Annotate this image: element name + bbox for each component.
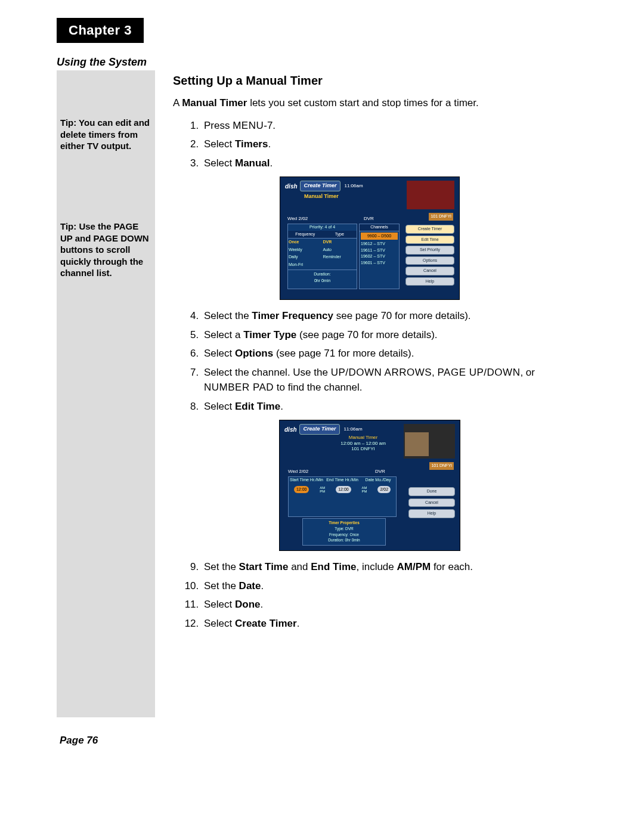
step-9-b1: Start Time	[239, 561, 289, 572]
step-11-bold: Done	[235, 599, 261, 610]
step-4-post: see page 70 for more details).	[333, 310, 471, 321]
step-7-mid2: , or	[520, 367, 535, 378]
step-6: Select Options (see page 71 for more det…	[202, 346, 566, 361]
ss1-btn-set-priority[interactable]: Set Priority	[405, 246, 454, 255]
tip-edit-delete: Tip: You can edit and delete timers from…	[60, 117, 152, 152]
ss1-channel-3[interactable]: 19602 – STV	[360, 253, 399, 260]
step-12-bold: Create Timer	[235, 618, 297, 629]
ss2-time: 11:06am	[343, 426, 362, 433]
step-3-pre: Select	[204, 157, 235, 169]
content-column: Setting Up a Manual Timer A Manual Timer…	[173, 72, 566, 634]
ss2-sub-l2: 12:00 am – 12:00 am	[315, 441, 411, 447]
step-1-pre: Press	[204, 120, 233, 131]
step-1-menu: MENU	[233, 120, 264, 131]
step-5-pre: Select a	[204, 329, 243, 340]
ss1-title: Create Timer	[300, 181, 341, 191]
step-2-pre: Select	[204, 138, 235, 150]
heading: Setting Up a Manual Timer	[173, 72, 566, 89]
ss1-priority: Priority: 4 of 4	[288, 224, 357, 231]
ss1-type-dvr[interactable]: DVR	[323, 239, 357, 246]
ss1-col-frequency: Frequency	[288, 231, 323, 239]
step-9: Set the Start Time and End Time, include…	[202, 559, 566, 575]
ss2-preview-inset	[405, 432, 429, 456]
ss1-duration-value: 0hr 0min	[314, 278, 330, 283]
intro-bold: Manual Timer	[182, 97, 247, 109]
ss1-btn-edit-time[interactable]: Edit Time	[405, 236, 454, 244]
ss2-start-time[interactable]: 12:00	[294, 486, 309, 494]
ss1-channel-1[interactable]: 19612 – STV	[360, 241, 399, 247]
ss1-btn-help[interactable]: Help	[405, 277, 454, 286]
screenshot-create-timer-times: dish Create Timer 11:06am Manual Timer 1…	[279, 420, 460, 551]
ss1-freq-monfri[interactable]: Mon-Fri	[288, 261, 323, 269]
step-10-post: .	[261, 580, 264, 592]
screenshot-1-wrap: dish Create Timer 11:06am Manual Timer 1…	[173, 176, 566, 300]
step-7-mid1: ,	[432, 367, 437, 378]
ss1-type-auto[interactable]: Auto	[323, 246, 357, 254]
ss2-timer-properties: Timer Properties Type: DVR Frequency: On…	[302, 518, 386, 546]
sidebar: Tip: You can edit and delete timers from…	[57, 70, 155, 717]
step-11-pre: Select	[204, 599, 235, 610]
dish-logo-2: dish	[284, 425, 297, 434]
step-12-post: .	[297, 618, 300, 629]
ss1-time: 11:06am	[344, 182, 363, 190]
step-9-mid2: , include	[356, 561, 397, 572]
ss2-end-ampm[interactable]: AMPM	[362, 486, 367, 493]
ss2-props-type: Type: DVR	[305, 526, 383, 532]
step-list: Press MENU-7. Select Timers. Select Manu…	[173, 118, 566, 171]
step-7-pre: Select the channel. Use the	[204, 367, 331, 378]
ss1-channel-2[interactable]: 19611 – STV	[360, 247, 399, 254]
step-10: Set the Date.	[202, 578, 566, 594]
ss1-freq-weekly[interactable]: Weekly	[288, 246, 323, 254]
step-11-post: .	[260, 599, 263, 610]
ss1-preview	[407, 181, 454, 209]
ss2-start-ampm[interactable]: AMPM	[320, 486, 325, 493]
ss1-channels-header: Channels	[360, 224, 399, 231]
step-9-pre: Set the	[204, 561, 239, 572]
ss2-date-value[interactable]: 2/02	[377, 486, 391, 494]
ss2-colheads: Start Time Hr./Min End Time Hr./Min Date…	[289, 477, 396, 484]
ss1-dvr-label: DVR	[364, 215, 374, 222]
step-9-b3: AM/PM	[397, 561, 431, 572]
step-5: Select a Timer Type (see page 70 for mor…	[202, 327, 566, 343]
ss1-channel-selected[interactable]: 9900 – D500	[361, 233, 398, 240]
step-1: Press MENU-7.	[202, 118, 566, 134]
section-title: Using the System	[57, 56, 147, 69]
ss1-freq-daily[interactable]: Daily	[288, 253, 323, 261]
ss1-preview-channel: 101 DNFYI	[429, 213, 453, 221]
ss1-type-reminder[interactable]: Reminder	[323, 253, 357, 261]
ss2-props-dur: Duration: 0hr 0min	[305, 537, 383, 543]
step-9-post: for each.	[431, 561, 473, 572]
ss2-col-start: Start Time Hr./Min	[289, 477, 324, 484]
intro-paragraph: A Manual Timer lets you set custom start…	[173, 95, 566, 111]
ss2-sub-l3: 101 DNFYI	[315, 446, 411, 452]
step-12: Select Create Timer.	[202, 616, 566, 631]
ss2-col-date: Date Mo./Day	[360, 477, 396, 484]
ss1-btn-cancel[interactable]: Cancel	[405, 267, 454, 275]
intro-post: lets you set custom start and stop times…	[247, 97, 478, 109]
ss2-btn-cancel[interactable]: Cancel	[408, 498, 455, 507]
ss1-channel-4[interactable]: 19601 – STV	[360, 260, 399, 267]
step-4-bold: Timer Frequency	[252, 310, 333, 321]
step-7-sc2: PAGE UP/DOWN	[438, 367, 521, 378]
ss1-freq-once[interactable]: Once	[288, 239, 323, 246]
ss2-subtitle: Manual Timer 12:00 am – 12:00 am 101 DNF…	[315, 435, 411, 452]
step-7-post: to find the channel.	[274, 382, 362, 393]
step-6-bold: Options	[235, 348, 273, 359]
ss2-end-time[interactable]: 12:00	[336, 486, 351, 494]
step-4: Select the Timer Frequency see page 70 f…	[202, 308, 566, 324]
ss1-col-type: Type	[323, 231, 357, 239]
step-10-bold: Date	[239, 580, 261, 592]
ss2-btn-help[interactable]: Help	[408, 509, 455, 518]
ss1-freq-type-panel: Priority: 4 of 4 Frequency Type OnceDVR …	[287, 224, 357, 289]
intro-pre: A	[173, 97, 182, 109]
step-5-bold: Timer Type	[243, 329, 296, 340]
ss2-btn-done[interactable]: Done	[408, 487, 455, 496]
step-6-pre: Select	[204, 348, 235, 359]
ss2-col-end: End Time Hr./Min	[324, 477, 360, 484]
ss1-btn-options[interactable]: Options	[405, 256, 454, 265]
manual-page: Chapter 3 Using the System Tip: You can …	[0, 0, 644, 833]
step-8-pre: Select	[204, 401, 235, 412]
ss1-btn-create-timer[interactable]: Create Timer	[405, 225, 454, 234]
step-7-sc3: NUMBER PAD	[204, 382, 274, 393]
step-2-bold: Timers	[235, 138, 268, 150]
